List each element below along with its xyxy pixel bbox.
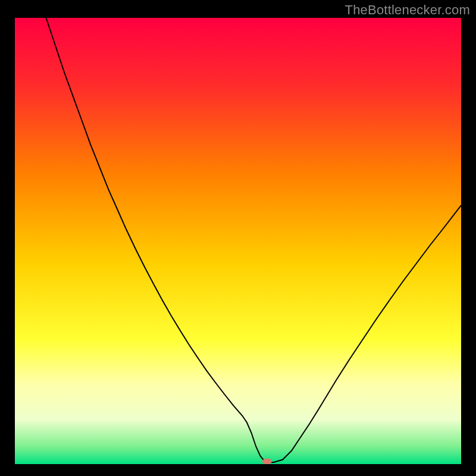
plot-area <box>15 18 461 464</box>
watermark-label: TheBottlenecker.com <box>345 2 470 18</box>
chart-container: TheBottlenecker.com <box>0 0 476 476</box>
gradient-background <box>15 18 461 464</box>
bottleneck-chart <box>15 18 461 464</box>
